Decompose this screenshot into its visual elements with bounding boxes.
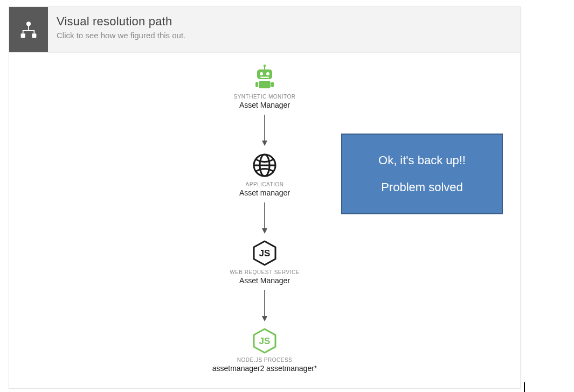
nodejs-icon: JS — [251, 327, 279, 355]
nodejs-icon: JS — [251, 239, 279, 267]
node-name-label: Asset Manager — [239, 276, 290, 285]
resolution-chain: SYNTHETIC MONITOR Asset Manager — [178, 64, 351, 373]
resolution-path-body: SYNTHETIC MONITOR Asset Manager — [9, 53, 520, 387]
svg-marker-18 — [262, 228, 267, 234]
arrow-icon — [261, 289, 268, 323]
svg-text:JS: JS — [259, 336, 271, 346]
node-type-label: APPLICATION — [246, 181, 284, 187]
card-subtitle: Click to see how we figured this out. — [57, 31, 511, 40]
node-type-label: NODE.JS PROCESS — [237, 357, 293, 363]
callout-line1: Ok, it's back up!! — [378, 153, 466, 167]
node-type-label: WEB REQUEST SERVICE — [230, 269, 300, 275]
node-application[interactable]: APPLICATION Asset manager — [239, 151, 290, 197]
robot-icon — [251, 64, 279, 92]
node-name-label: Asset manager — [239, 188, 290, 197]
svg-rect-4 — [264, 67, 265, 69]
card-title: Visual resolution path — [57, 15, 511, 29]
svg-rect-2 — [32, 33, 36, 38]
svg-text:JS: JS — [259, 248, 271, 258]
globe-icon — [251, 151, 279, 179]
card-header[interactable]: Visual resolution path Click to see how … — [9, 7, 520, 53]
svg-rect-9 — [259, 81, 271, 88]
text-cursor — [524, 382, 525, 392]
svg-point-3 — [264, 65, 266, 67]
svg-marker-13 — [262, 141, 267, 146]
svg-rect-11 — [271, 82, 274, 87]
svg-point-7 — [266, 72, 269, 75]
callout-body: Ok, it's back up!! Problem solved — [341, 134, 503, 214]
card-header-text: Visual resolution path Click to see how … — [48, 7, 520, 52]
arrow-icon — [261, 114, 268, 147]
svg-rect-8 — [260, 77, 269, 78]
svg-rect-10 — [255, 82, 258, 87]
arrow-icon — [261, 201, 268, 235]
node-type-label: SYNTHETIC MONITOR — [234, 94, 296, 100]
node-name-label: Asset Manager — [239, 101, 290, 109]
node-nodejs-process[interactable]: JS NODE.JS PROCESS assetmanager2 assetma… — [212, 327, 317, 373]
callout-line2: Problem solved — [381, 180, 463, 194]
node-web-request-service[interactable]: JS WEB REQUEST SERVICE Asset Manager — [230, 239, 300, 285]
node-synthetic-monitor[interactable]: SYNTHETIC MONITOR Asset Manager — [234, 64, 296, 109]
svg-point-6 — [260, 72, 263, 75]
hierarchy-icon — [9, 7, 48, 52]
svg-marker-22 — [262, 316, 267, 321]
node-name-label: assetmanager2 assetmanager* — [212, 364, 317, 373]
svg-rect-1 — [21, 33, 25, 38]
svg-point-0 — [26, 22, 31, 26]
annotation-callout: Ok, it's back up!! Problem solved — [341, 134, 503, 214]
